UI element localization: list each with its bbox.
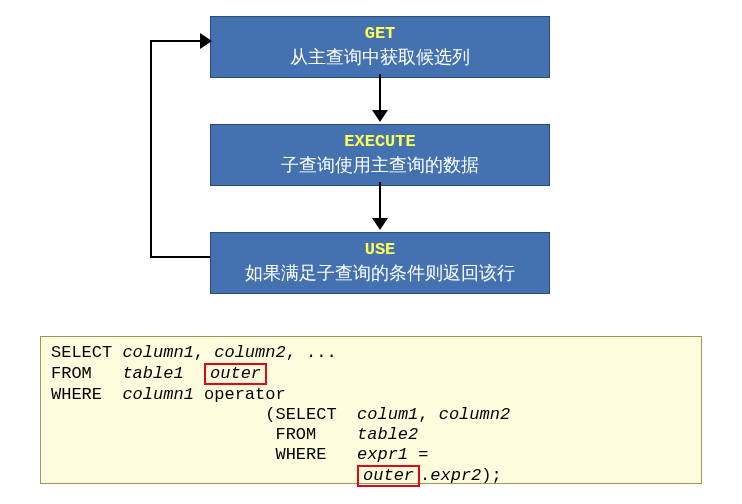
step-desc: 如果满足子查询的条件则返回该行 [215,261,545,285]
flow-step-execute: EXECUTE 子查询使用主查询的数据 [210,124,550,186]
flowchart-area: GET 从主查询中获取候选列 EXECUTE 子查询使用主查询的数据 USE 如… [0,0,742,330]
step-title: EXECUTE [215,131,545,153]
code-line: WHERE expr1 = [51,445,691,465]
code-line: FROM table2 [51,425,691,445]
code-line: (SELECT colum1, column2 [51,405,691,425]
highlight-outer-ref: outer [357,465,420,487]
code-line: FROM table1 outer [51,363,691,385]
step-title: USE [215,239,545,261]
sql-code-example: SELECT column1, column2, ... FROM table1… [40,336,702,484]
code-line: outer.expr2); [51,465,691,487]
flow-step-use: USE 如果满足子查询的条件则返回该行 [210,232,550,294]
loop-arrow-segment [150,40,152,258]
loop-arrow-segment [150,256,210,258]
arrow-down-icon [379,182,381,218]
code-line: WHERE column1 operator [51,385,691,405]
code-line: SELECT column1, column2, ... [51,343,691,363]
arrow-right-icon [200,33,212,49]
step-title: GET [215,23,545,45]
arrow-down-icon [379,74,381,110]
step-desc: 从主查询中获取候选列 [215,45,545,69]
arrow-head-icon [372,110,388,122]
step-desc: 子查询使用主查询的数据 [215,153,545,177]
arrow-head-icon [372,218,388,230]
flow-step-get: GET 从主查询中获取候选列 [210,16,550,78]
highlight-outer-alias: outer [204,363,267,385]
